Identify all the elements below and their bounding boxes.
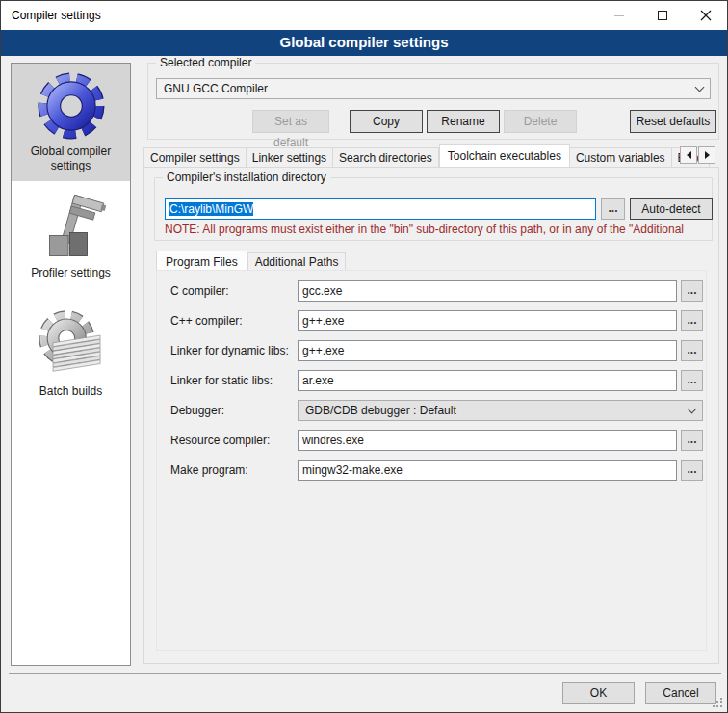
cpp-compiler-input[interactable]: g++.exe <box>298 310 677 331</box>
field-value: g++.exe <box>302 314 344 328</box>
tab-scroll-buttons <box>679 146 715 164</box>
dynamic-linker-input[interactable]: g++.exe <box>298 340 677 361</box>
caliper-icon <box>37 193 106 264</box>
sidebar-item-batch-builds[interactable]: Batch builds <box>12 288 130 407</box>
field-value: gcc.exe <box>302 284 342 298</box>
program-files-panel: C compiler: gcc.exe ... C++ compiler: g+… <box>156 270 707 651</box>
installation-directory-legend: Compiler's installation directory <box>163 171 330 184</box>
set-as-default-button[interactable]: Set as default <box>252 110 329 133</box>
tab-scroll-left-button[interactable] <box>680 146 697 164</box>
browse-static-linker-button[interactable]: ... <box>681 370 703 391</box>
field-c-compiler: C compiler: gcc.exe ... <box>170 280 703 302</box>
sidebar-item-global-compiler-settings[interactable]: Global compiler settings <box>12 64 130 181</box>
field-label: Resource compiler: <box>170 434 298 447</box>
debugger-select-value: GDB/CDB debugger : Default <box>305 404 689 417</box>
browse-resource-compiler-button[interactable]: ... <box>681 430 703 451</box>
compiler-select-value: GNU GCC Compiler <box>164 82 696 95</box>
minimize-button[interactable] <box>597 1 640 30</box>
tab-compiler-settings[interactable]: Compiler settings <box>143 147 247 168</box>
settings-tabstrip: Compiler settingsLinker settingsSearch d… <box>143 144 719 168</box>
resource-compiler-input[interactable]: windres.exe <box>298 430 677 451</box>
browse-directory-button[interactable]: ... <box>601 198 625 220</box>
window-title: Compiler settings <box>12 1 101 30</box>
page-title: Global compiler settings <box>1 30 727 56</box>
installation-directory-input[interactable]: C:\raylib\MinGW <box>165 198 596 220</box>
sidebar-item-label: Global compiler settings <box>13 145 128 173</box>
resize-grip[interactable] <box>720 705 722 707</box>
installation-directory-group: Compiler's installation directory C:\ray… <box>154 177 713 241</box>
field-make-program: Make program: mingw32-make.exe ... <box>170 460 703 481</box>
installation-note: NOTE: All programs must exist either in … <box>165 223 711 236</box>
field-label: Make program: <box>170 463 298 477</box>
titlebar: Compiler settings <box>1 1 727 30</box>
sidebar-item-label: Batch builds <box>13 384 128 399</box>
blue-gear-icon <box>35 69 108 143</box>
tab-additional-paths[interactable]: Additional Paths <box>247 252 347 271</box>
tab-scroll-right-button[interactable] <box>698 146 715 164</box>
minimize-icon <box>614 15 624 16</box>
copy-button[interactable]: Copy <box>350 110 423 133</box>
footer-divider <box>9 673 721 674</box>
tab-custom-variables[interactable]: Custom variables <box>570 147 672 168</box>
auto-detect-button[interactable]: Auto-detect <box>630 198 713 220</box>
static-linker-input[interactable]: ar.exe <box>298 370 677 391</box>
installation-directory-value: C:\raylib\MinGW <box>169 202 253 216</box>
maximize-button[interactable] <box>640 1 684 30</box>
field-dynamic-linker: Linker for dynamic libs: g++.exe ... <box>170 340 703 361</box>
chevron-down-icon <box>695 82 705 92</box>
make-program-input[interactable]: mingw32-make.exe <box>298 460 677 481</box>
triangle-right-icon <box>705 151 710 159</box>
settings-category-list: Global compiler settings Profiler settin… <box>11 63 131 666</box>
programs-tabstrip: Program FilesAdditional Paths <box>156 249 346 271</box>
chevron-down-icon <box>688 404 697 413</box>
field-cpp-compiler: C++ compiler: g++.exe ... <box>170 310 703 331</box>
field-label: C++ compiler: <box>170 314 298 328</box>
sidebar-item-label: Profiler settings <box>13 266 128 280</box>
field-value: windres.exe <box>302 434 364 447</box>
field-value: g++.exe <box>302 344 344 357</box>
close-button[interactable] <box>684 1 727 30</box>
rename-button[interactable]: Rename <box>427 110 500 133</box>
close-icon <box>700 10 712 21</box>
triangle-left-icon <box>687 151 691 159</box>
sidebar-item-profiler-settings[interactable]: Profiler settings <box>12 181 130 288</box>
maximize-icon <box>658 11 667 20</box>
selected-compiler-legend: Selected compiler <box>156 56 255 69</box>
field-label: Debugger: <box>170 404 298 417</box>
c-compiler-input[interactable]: gcc.exe <box>298 280 677 302</box>
field-debugger: Debugger: GDB/CDB debugger : Default <box>170 400 703 421</box>
delete-button[interactable]: Delete <box>504 110 577 133</box>
ok-button[interactable]: OK <box>562 682 635 704</box>
field-label: C compiler: <box>170 284 298 298</box>
browse-c-compiler-button[interactable]: ... <box>681 280 703 302</box>
tab-search-directories[interactable]: Search directories <box>333 147 439 168</box>
field-static-linker: Linker for static libs: ar.exe ... <box>170 370 703 391</box>
tab-linker-settings[interactable]: Linker settings <box>247 147 333 168</box>
reset-defaults-button[interactable]: Reset defaults <box>630 110 716 133</box>
compiler-settings-dialog: Compiler settings Global compiler settin… <box>0 0 728 713</box>
toolchain-executables-panel: Compiler's installation directory C:\ray… <box>143 167 719 664</box>
selected-compiler-group: Selected compiler GNU GCC Compiler Set a… <box>147 63 719 140</box>
field-resource-compiler: Resource compiler: windres.exe ... <box>170 430 703 451</box>
cancel-button[interactable]: Cancel <box>645 682 716 704</box>
browse-cpp-compiler-button[interactable]: ... <box>681 310 703 331</box>
tab-toolchain-executables[interactable]: Toolchain executables <box>439 144 570 168</box>
field-label: Linker for static libs: <box>170 374 298 387</box>
field-value: ar.exe <box>302 374 334 387</box>
browse-make-program-button[interactable]: ... <box>681 460 703 481</box>
debugger-select[interactable]: GDB/CDB debugger : Default <box>298 400 703 421</box>
browse-dynamic-linker-button[interactable]: ... <box>681 340 703 361</box>
gray-gear-stack-icon <box>35 309 108 383</box>
compiler-select[interactable]: GNU GCC Compiler <box>156 78 711 99</box>
field-value: mingw32-make.exe <box>302 463 403 477</box>
field-label: Linker for dynamic libs: <box>170 344 298 357</box>
